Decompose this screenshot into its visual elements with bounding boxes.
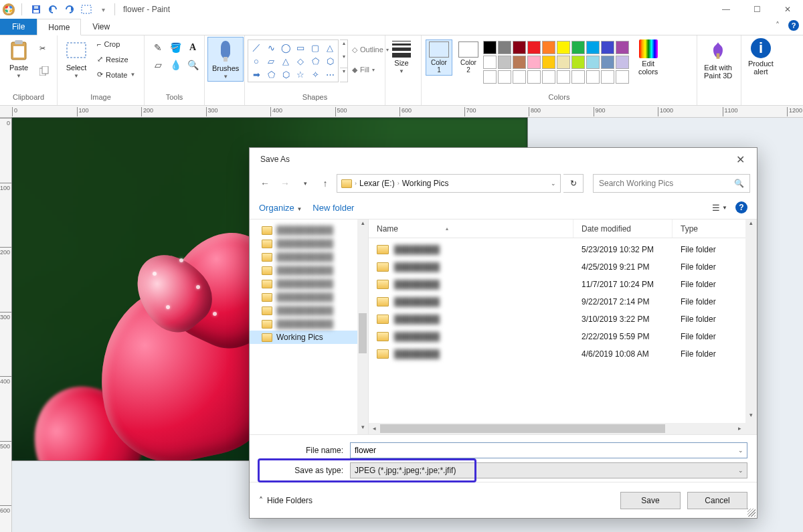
- palette-color[interactable]: [586, 70, 600, 84]
- file-list[interactable]: Name▴ Date modified Type ████████5/23/20…: [369, 219, 757, 434]
- tab-file[interactable]: File: [0, 19, 37, 35]
- shapes-scroll-up-icon[interactable]: ▴: [340, 40, 347, 54]
- palette-color[interactable]: [527, 56, 541, 69]
- size-button[interactable]: Size ▼: [388, 37, 415, 76]
- palette-color[interactable]: [616, 56, 629, 69]
- nav-forward-button[interactable]: →: [276, 175, 294, 192]
- scroll-thumb[interactable]: [380, 424, 665, 433]
- qat-customize-icon[interactable]: ▾: [96, 2, 110, 17]
- addr-dropdown-icon[interactable]: ⌄: [551, 180, 556, 187]
- save-button[interactable]: Save: [620, 492, 681, 509]
- tree-scrollbar[interactable]: ▴ ▾: [357, 219, 368, 434]
- column-header-date[interactable]: Date modified: [573, 219, 673, 238]
- breadcrumb-folder[interactable]: Working Pics: [402, 179, 449, 188]
- resize-grip-icon[interactable]: [747, 509, 755, 517]
- list-item[interactable]: ████████4/6/2019 10:08 AMFile folder: [369, 345, 757, 363]
- color1-button[interactable]: Color 1: [426, 39, 452, 76]
- tree-item[interactable]: ██████████: [250, 237, 368, 250]
- list-item[interactable]: ████████3/10/2019 3:22 PMFile folder: [369, 311, 757, 328]
- help-icon[interactable]: ?: [788, 20, 799, 31]
- palette-color[interactable]: [483, 70, 497, 84]
- paste-button[interactable]: Paste ▼: [3, 37, 35, 80]
- shapes-gallery[interactable]: ／∿◯▭▢△ ○▱△◇⬠⬡ ➡⬠⬡☆✧⋯: [248, 39, 339, 82]
- tree-item[interactable]: ██████████: [250, 277, 368, 290]
- palette-color[interactable]: [616, 70, 629, 84]
- color2-button[interactable]: Color 2: [455, 39, 482, 76]
- list-item[interactable]: ████████2/22/2019 5:59 PMFile folder: [369, 328, 757, 345]
- shape-outline-button[interactable]: ◇Outline ▾: [352, 46, 389, 54]
- palette-color[interactable]: [542, 70, 555, 84]
- palette-color[interactable]: [557, 41, 570, 54]
- list-scrollbar-vertical[interactable]: ▴ ▾: [745, 219, 757, 423]
- nav-up-button[interactable]: ↑: [317, 175, 334, 192]
- scroll-up-icon[interactable]: ▴: [745, 219, 757, 231]
- view-options-button[interactable]: ☰ ▼: [712, 203, 727, 213]
- scroll-thumb[interactable]: [359, 313, 367, 353]
- nav-back-button[interactable]: ←: [256, 175, 274, 192]
- eyedropper-tool-icon[interactable]: 💧: [167, 57, 183, 73]
- select-button[interactable]: Select ▼: [60, 37, 92, 80]
- product-alert-button[interactable]: i Product alert: [744, 37, 778, 77]
- scroll-up-icon[interactable]: ▴: [357, 219, 368, 230]
- tree-item[interactable]: ██████████: [250, 224, 368, 237]
- tree-item[interactable]: ██████████: [250, 264, 368, 277]
- text-tool-icon[interactable]: A: [185, 39, 201, 56]
- palette-color[interactable]: [557, 56, 570, 69]
- nav-recent-button[interactable]: ▾: [296, 175, 314, 192]
- qat-undo-icon[interactable]: [46, 2, 60, 17]
- palette-color[interactable]: [571, 41, 585, 54]
- palette-color[interactable]: [616, 41, 629, 54]
- qat-save-icon[interactable]: [29, 2, 43, 17]
- hide-folders-button[interactable]: ˄Hide Folders: [259, 496, 313, 505]
- search-box[interactable]: 🔍: [593, 174, 750, 193]
- folder-tree[interactable]: ████████████████████████████████████████…: [250, 219, 369, 434]
- palette-color[interactable]: [542, 56, 555, 69]
- palette-color[interactable]: [601, 41, 614, 54]
- magnifier-tool-icon[interactable]: 🔍: [185, 57, 201, 73]
- cancel-button[interactable]: Cancel: [687, 492, 747, 509]
- breadcrumb-drive[interactable]: Lexar (E:): [359, 179, 395, 188]
- palette-color[interactable]: [513, 70, 526, 84]
- palette-color[interactable]: [557, 70, 570, 84]
- list-item[interactable]: ████████4/25/2019 9:21 PMFile folder: [369, 258, 757, 276]
- palette-color[interactable]: [483, 41, 497, 54]
- search-input[interactable]: [599, 179, 734, 188]
- filetype-dropdown[interactable]: JPEG (*.jpg;*.jpeg;*.jpe;*.jfif) ⌄: [350, 462, 747, 478]
- filetype-dropdown-icon[interactable]: ⌄: [735, 467, 747, 474]
- pencil-tool-icon[interactable]: ✎: [150, 39, 166, 56]
- dialog-close-button[interactable]: ✕: [730, 153, 750, 166]
- filename-field[interactable]: ⌄: [350, 442, 747, 458]
- qat-marquee-icon[interactable]: [79, 2, 94, 17]
- copy-button[interactable]: [37, 64, 52, 78]
- palette-color[interactable]: [513, 56, 526, 69]
- scroll-down-icon[interactable]: ▾: [357, 424, 368, 434]
- tree-item[interactable]: ██████████: [250, 250, 368, 264]
- tree-item[interactable]: ██████████: [250, 304, 368, 317]
- organize-button[interactable]: Organize ▼: [259, 203, 302, 213]
- brushes-button[interactable]: Brushes ▼: [207, 37, 244, 82]
- shape-fill-button[interactable]: ◆Fill ▾: [352, 66, 389, 74]
- palette-color[interactable]: [586, 56, 600, 69]
- palette-color[interactable]: [571, 56, 585, 69]
- ribbon-collapse-icon[interactable]: ˄: [776, 21, 780, 30]
- palette-color[interactable]: [601, 56, 614, 69]
- edit-paint3d-button[interactable]: Edit with Paint 3D: [700, 37, 736, 81]
- palette-color[interactable]: [586, 41, 600, 54]
- scroll-down-icon[interactable]: ▾: [745, 412, 757, 423]
- scroll-left-icon[interactable]: ◂: [369, 423, 380, 434]
- resize-button[interactable]: ⤢Resize: [94, 53, 138, 66]
- palette-color[interactable]: [483, 56, 497, 69]
- tab-home[interactable]: Home: [37, 19, 81, 35]
- window-minimize-button[interactable]: —: [711, 0, 741, 19]
- list-item[interactable]: ████████9/22/2017 2:14 PMFile folder: [369, 293, 757, 311]
- list-item[interactable]: ████████5/23/2019 10:32 PMFile folder: [369, 241, 757, 258]
- palette-color[interactable]: [527, 41, 541, 54]
- color-palette[interactable]: [483, 38, 629, 84]
- tree-item[interactable]: ██████████: [250, 290, 368, 304]
- column-header-type[interactable]: Type: [673, 219, 757, 238]
- palette-color[interactable]: [601, 70, 614, 84]
- shapes-more-icon[interactable]: ▾: [340, 68, 347, 82]
- window-maximize-button[interactable]: ☐: [741, 0, 772, 19]
- filename-input[interactable]: [351, 446, 735, 455]
- qat-redo-icon[interactable]: [62, 2, 77, 17]
